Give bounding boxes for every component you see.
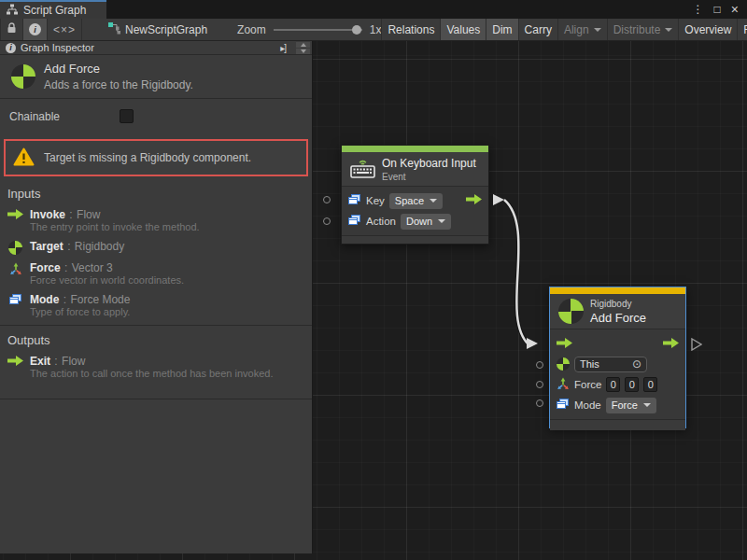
- outputs-header: Outputs: [7, 331, 304, 348]
- add-force-node-header: Rigidbody Add Force: [550, 294, 685, 329]
- tab-title: Script Graph: [23, 4, 86, 17]
- triangle-down-icon: [301, 49, 306, 53]
- relations-label: Relations: [388, 23, 434, 36]
- values-button[interactable]: Values: [440, 19, 486, 40]
- rigidbody-icon: [558, 299, 584, 324]
- keyboard-node-footer: [342, 235, 488, 244]
- rigidbody-icon: [11, 64, 35, 89]
- target-value: This: [580, 358, 599, 370]
- unit-summary: Add Force Adds a force to the Rigidbody.: [0, 55, 312, 99]
- overview-button[interactable]: Overview: [678, 19, 737, 40]
- fullscreen-label: Full S: [743, 23, 747, 36]
- window-menu-icon[interactable]: ⋮: [693, 4, 704, 15]
- key-input-port[interactable]: [323, 196, 331, 203]
- dim-button[interactable]: Dim: [486, 19, 517, 40]
- dock-icon[interactable]: ▸]: [280, 43, 286, 53]
- inspector-toggle-button[interactable]: i: [23, 19, 48, 40]
- chainable-checkbox[interactable]: [120, 109, 134, 123]
- force-y-field[interactable]: 0: [625, 377, 639, 392]
- values-label: Values: [446, 23, 480, 36]
- chainable-label: Chainable: [9, 110, 120, 123]
- event-colorbar: [342, 146, 488, 152]
- code-preview-button[interactable]: <×>: [48, 19, 82, 40]
- add-force-node[interactable]: Rigidbody Add Force This: [549, 287, 686, 428]
- port-separator: :: [67, 240, 70, 253]
- add-force-title: Add Force: [590, 311, 646, 325]
- window-titlebar: Script Graph ⋮ □ ×: [0, 0, 747, 19]
- triangle-up-icon: [301, 43, 306, 47]
- exit-output-arrow-icon[interactable]: [663, 338, 679, 350]
- port-separator: :: [63, 293, 66, 306]
- trigger-output-arrow-icon[interactable]: [466, 194, 482, 206]
- list-item: Target : Rigidbody: [7, 240, 304, 255]
- action-input-port[interactable]: [323, 217, 331, 225]
- chainable-row: Chainable: [0, 99, 312, 133]
- trigger-connected-port[interactable]: [493, 194, 504, 205]
- flow-arrow-icon: [7, 356, 23, 366]
- unit-description: Adds a force to the Rigidbody.: [44, 78, 193, 91]
- port-type: Force Mode: [70, 293, 130, 306]
- port-separator: :: [64, 261, 67, 274]
- distribute-dropdown[interactable]: Distribute: [607, 19, 679, 40]
- zoom-control: Zoom 1x: [237, 19, 381, 40]
- maximize-icon[interactable]: □: [714, 4, 721, 15]
- port-name: Target: [30, 240, 63, 253]
- graph-name-group[interactable]: NewScriptGraph: [108, 19, 207, 40]
- warning-icon: [13, 147, 35, 169]
- this-input-port[interactable]: [536, 361, 543, 369]
- invoke-input-arrow-icon[interactable]: [557, 338, 572, 350]
- scroll-up-button[interactable]: [296, 42, 310, 48]
- keyboard-node-subtitle: Event: [382, 172, 476, 182]
- enum-icon: [7, 294, 23, 305]
- force-x-field[interactable]: 0: [606, 377, 620, 392]
- invoke-connected-port[interactable]: [527, 338, 538, 349]
- warning-text: Target is missing a Rigidbody component.: [44, 151, 251, 164]
- relations-button[interactable]: Relations: [381, 19, 440, 40]
- toolbar-right-cluster: Relations Values Dim Carry Align Distrib…: [381, 19, 747, 40]
- mode-label: Mode: [574, 399, 601, 411]
- add-force-category: Rigidbody: [590, 299, 646, 309]
- exit-output-port[interactable]: [691, 338, 702, 355]
- graph-inspector-panel: i Graph Inspector ▸] Add Force Adds a fo…: [0, 41, 313, 553]
- scroll-down-button[interactable]: [296, 49, 310, 54]
- unit-colorbar: [550, 287, 685, 294]
- list-item: Exit : Flow The action to call once the …: [7, 355, 304, 380]
- force-z-field[interactable]: 0: [643, 377, 657, 392]
- keyboard-node-title: On Keyboard Input: [382, 157, 476, 170]
- port-name: Exit: [30, 355, 50, 368]
- zoom-slider[interactable]: [274, 25, 362, 35]
- inputs-header: Inputs: [7, 185, 304, 202]
- chevron-down-icon: [594, 28, 601, 32]
- lock-button[interactable]: [0, 19, 23, 40]
- align-dropdown[interactable]: Align: [557, 19, 607, 40]
- target-object-field[interactable]: This ⊙: [574, 357, 647, 372]
- keyboard-input-node[interactable]: On Keyboard Input Event Key Space: [341, 145, 489, 245]
- object-picker-icon[interactable]: ⊙: [632, 358, 641, 370]
- port-type: Flow: [77, 208, 100, 221]
- force-label: Force: [574, 379, 601, 390]
- port-name: Force: [30, 261, 61, 274]
- action-dropdown[interactable]: Down: [401, 214, 451, 230]
- close-icon[interactable]: ×: [731, 3, 739, 16]
- force-input-port[interactable]: [536, 381, 543, 388]
- key-dropdown[interactable]: Space: [389, 193, 443, 209]
- zoom-value: 1x: [370, 23, 382, 36]
- warning-box: Target is missing a Rigidbody component.: [4, 139, 308, 176]
- enum-icon: [348, 215, 361, 228]
- list-item: Force : Vector 3 Force vector in world c…: [7, 261, 304, 287]
- chevron-down-icon: [438, 219, 445, 223]
- keyboard-icon: [350, 158, 375, 180]
- mode-input-port[interactable]: [536, 399, 543, 407]
- enum-icon: [557, 399, 570, 412]
- chevron-down-icon: [665, 28, 672, 32]
- list-item: Mode : Force Mode Type of force to apply…: [7, 293, 304, 318]
- port-name: Invoke: [30, 208, 65, 221]
- carry-button[interactable]: Carry: [518, 19, 557, 40]
- port-type: Rigidbody: [75, 240, 124, 253]
- port-description: Type of force to apply.: [30, 306, 130, 318]
- mode-dropdown[interactable]: Force: [606, 398, 656, 413]
- zoom-slider-handle[interactable]: [352, 25, 361, 35]
- fullscreen-button[interactable]: Full S: [737, 19, 747, 40]
- tab-script-graph[interactable]: Script Graph: [0, 0, 106, 19]
- action-value: Down: [406, 216, 432, 227]
